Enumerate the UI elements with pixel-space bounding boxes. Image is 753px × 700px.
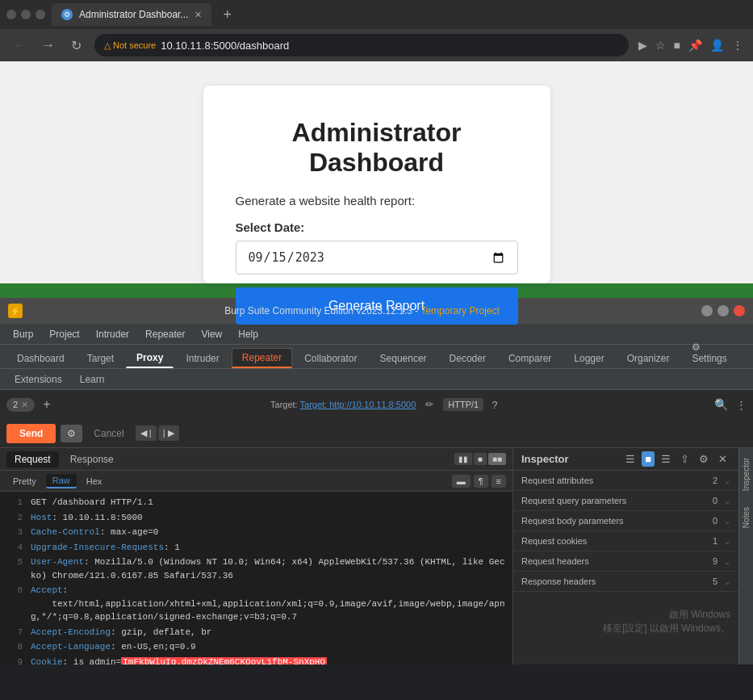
- inspector-icon-3[interactable]: ☰: [658, 451, 674, 467]
- windows-watermark: 啟用 Windows 移至[設定] 以啟用 Windows。: [513, 592, 738, 652]
- browser-tab[interactable]: ⚙ Administrator Dashboar... ✕: [52, 3, 211, 26]
- inspector-query-params[interactable]: Request query parameters 0 ⌄: [513, 491, 738, 511]
- tab-request[interactable]: Request: [6, 451, 59, 467]
- inspector-headers-count: 9: [713, 556, 717, 566]
- side-tab-inspector[interactable]: Inspector: [740, 451, 752, 497]
- tab-close-x[interactable]: ✕: [21, 400, 28, 410]
- inspector-icon-4[interactable]: ⇧: [677, 451, 692, 467]
- inspector-headers[interactable]: Request headers 9 ⌄: [513, 551, 738, 572]
- forward-button[interactable]: →: [39, 35, 58, 56]
- inspector-settings[interactable]: ⚙: [696, 451, 712, 467]
- tab-sequencer[interactable]: Sequencer: [370, 349, 437, 368]
- side-tab-notes[interactable]: Notes: [740, 501, 752, 534]
- date-input[interactable]: [236, 241, 518, 275]
- toolbar-icon-1[interactable]: ▬: [452, 475, 471, 488]
- inspector-icon-1[interactable]: ☰: [622, 451, 638, 467]
- request-response-area: Request Response ▮▮ ■ ■■ Pretty Raw Hex …: [0, 448, 753, 664]
- tab-proxy[interactable]: Proxy: [126, 348, 174, 368]
- code-line-3: 3 Cache-Control: max-age=0: [0, 525, 512, 540]
- minimize-circle: [6, 10, 16, 19]
- inspector-cookies-count: 1: [713, 536, 717, 546]
- menu-item-help[interactable]: Help: [232, 327, 265, 342]
- inspector-cookies[interactable]: Request cookies 1 ⌄: [513, 531, 738, 551]
- more-options-icon[interactable]: ⋮: [736, 399, 747, 411]
- prev-arrow-button[interactable]: ◀ |: [136, 425, 157, 441]
- address-bar: ← → ↻ △ Not secure 10.10.11.8:5000/dashb…: [0, 29, 753, 61]
- page-title: Administrator Dashboard: [236, 118, 518, 178]
- edit-target-icon[interactable]: ✏: [425, 399, 433, 410]
- inspector-close[interactable]: ✕: [715, 451, 730, 467]
- send-button[interactable]: Send: [6, 424, 56, 443]
- tab-pretty[interactable]: Pretty: [6, 475, 43, 488]
- inspector-headers-label: Request headers: [521, 556, 713, 566]
- tab-logger[interactable]: Logger: [563, 349, 614, 368]
- search-icon[interactable]: 🔍: [714, 398, 728, 411]
- select-date-label: Select Date:: [236, 220, 518, 234]
- cancel-button[interactable]: Cancel: [87, 425, 130, 442]
- menu-item-project[interactable]: Project: [43, 327, 86, 342]
- back-button[interactable]: ←: [10, 35, 29, 56]
- tab-comparer[interactable]: Comparer: [498, 349, 562, 368]
- bookmark-icon[interactable]: ☆: [655, 39, 666, 52]
- tab-close-icon[interactable]: ✕: [195, 10, 202, 20]
- repeater-tab-2[interactable]: 2 ✕: [6, 398, 35, 412]
- inspector-panel: Inspector ☰ ■ ☰ ⇧ ⚙ ✕ Request attributes…: [512, 448, 738, 664]
- toolbar-icon-2[interactable]: ¶: [474, 475, 488, 488]
- inspector-body-params[interactable]: Request body parameters 0 ⌄: [513, 511, 738, 531]
- tab-target[interactable]: Target: [77, 349, 124, 368]
- code-line-1: 1 GET /dashboard HTTP/1.1: [0, 495, 512, 510]
- tab-dashboard[interactable]: Dashboard: [6, 349, 75, 368]
- tab-repeater[interactable]: Repeater: [232, 348, 292, 368]
- window-controls: [6, 10, 45, 19]
- help-question-icon[interactable]: ?: [492, 399, 497, 411]
- subtab-extensions[interactable]: Extensions: [6, 372, 70, 387]
- extension-icon[interactable]: ■: [674, 39, 680, 52]
- inspector-request-attributes[interactable]: Request attributes 2 ⌄: [513, 471, 738, 491]
- burp-main-tabs: Dashboard Target Proxy Intruder Repeater…: [0, 345, 753, 369]
- tab-raw[interactable]: Raw: [46, 474, 77, 488]
- main-content: Administrator Dashboard Generate a websi…: [0, 61, 753, 283]
- cast-icon[interactable]: ▶: [638, 39, 647, 52]
- settings-button[interactable]: ⚙: [61, 425, 82, 442]
- tab-title: Administrator Dashboar...: [79, 9, 188, 20]
- req-inner-tabs: Pretty Raw Hex ▬ ¶ ≡: [0, 471, 512, 492]
- view-icon-1[interactable]: ▮▮: [454, 453, 472, 465]
- add-repeater-tab[interactable]: +: [40, 397, 53, 412]
- menu-item-burp[interactable]: Burp: [6, 327, 40, 342]
- view-icon-2[interactable]: ■: [474, 453, 487, 465]
- menu-icon[interactable]: ⋮: [732, 39, 743, 52]
- address-input-wrap: △ Not secure 10.10.11.8:5000/dashboard: [94, 34, 629, 57]
- subtab-learn[interactable]: Learn: [72, 372, 113, 387]
- inspector-cookies-label: Request cookies: [521, 536, 713, 546]
- menu-item-view[interactable]: View: [195, 327, 228, 342]
- windows-watermark-line2: 移至[設定] 以啟用 Windows。: [521, 622, 730, 635]
- tab-collaborator[interactable]: Collaborator: [294, 349, 367, 368]
- tab-decoder[interactable]: Decoder: [439, 349, 496, 368]
- toolbar-icon-3[interactable]: ≡: [492, 475, 506, 488]
- address-text[interactable]: 10.10.11.8:5000/dashboard: [161, 40, 289, 52]
- tab-hex[interactable]: Hex: [80, 475, 109, 488]
- new-tab-button[interactable]: +: [218, 6, 236, 23]
- tab-organizer[interactable]: Organizer: [617, 349, 680, 368]
- menu-item-intruder[interactable]: Intruder: [90, 327, 136, 342]
- tab-response[interactable]: Response: [62, 451, 122, 467]
- pin-icon[interactable]: 📌: [688, 39, 702, 52]
- burp-close-button[interactable]: [734, 305, 745, 316]
- code-area[interactable]: 1 GET /dashboard HTTP/1.1 2 Host: 10.10.…: [0, 492, 512, 664]
- inspector-response-headers[interactable]: Response headers 5 ⌄: [513, 572, 738, 592]
- inspector-icon-2[interactable]: ■: [642, 451, 655, 467]
- tab-settings[interactable]: ⚙ Settings: [681, 337, 747, 368]
- menu-item-repeater[interactable]: Repeater: [139, 327, 191, 342]
- address-icons: ▶ ☆ ■ 📌 👤 ⋮: [638, 39, 743, 52]
- profile-icon[interactable]: 👤: [710, 39, 724, 52]
- burp-maximize-button[interactable]: [717, 305, 729, 316]
- reload-button[interactable]: ↻: [68, 35, 85, 57]
- burp-minimize-button[interactable]: [701, 305, 713, 316]
- tab-intruder[interactable]: Intruder: [175, 349, 229, 368]
- chevron-down-icon-2: ⌄: [724, 497, 730, 505]
- view-icon-3[interactable]: ■■: [488, 453, 506, 465]
- target-info: Target: Target: http://10.10.11.8:5000: [270, 400, 416, 409]
- next-arrow-button[interactable]: | ▶: [158, 425, 179, 441]
- repeater-toolbar: 2 ✕ + Target: Target: http://10.10.11.8:…: [0, 390, 753, 419]
- chevron-down-icon: ⌄: [724, 476, 730, 485]
